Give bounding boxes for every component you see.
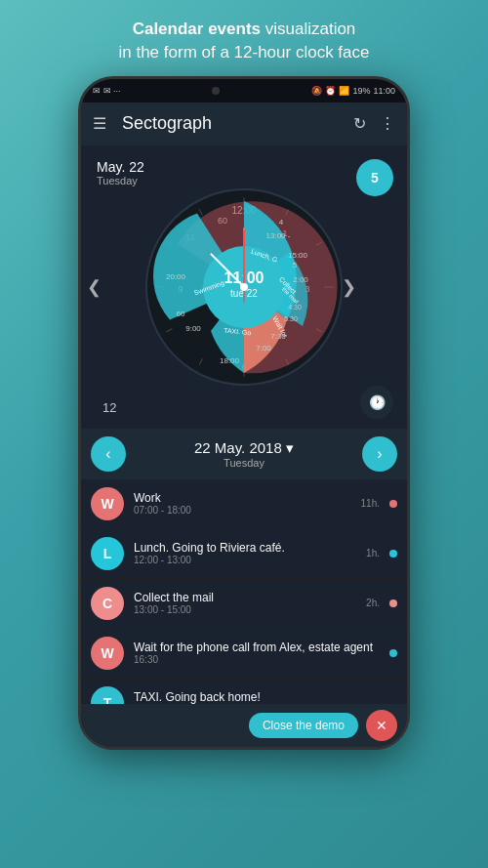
date-prev-button[interactable]: ‹ — [91, 436, 126, 472]
status-camera-area — [121, 87, 312, 95]
header-area: Calendar events visualization in the for… — [99, 0, 388, 76]
event-item: W Wait for the phone call from Alex, est… — [81, 629, 407, 679]
event-dot — [389, 649, 397, 657]
date-nav-center: 22 May. 2018 ▾ Tuesday — [194, 439, 294, 469]
svg-text:5: 5 — [293, 261, 298, 269]
status-bar: ✉ ✉ ··· 🔕 ⏰ 📶 19% 11:00 — [81, 79, 407, 103]
event-item: L Lunch. Going to Riviera café. 12:00 - … — [81, 529, 407, 579]
bottom-bar: Close the demo ✕ — [81, 704, 407, 747]
date-main: May. 22 — [97, 159, 144, 175]
status-mute-icon: 🔕 — [311, 86, 322, 96]
event-time: 12:00 - 13:00 — [134, 555, 356, 565]
svg-text:4:30: 4:30 — [288, 304, 302, 310]
close-demo-button[interactable]: Close the demo — [249, 713, 358, 738]
history-icon: 🕐 — [369, 394, 386, 410]
svg-text:20:00: 20:00 — [166, 272, 186, 281]
svg-text:2:00: 2:00 — [293, 275, 308, 284]
event-info: TAXI. Going back home! 18:00 - 19:00 — [134, 690, 397, 704]
event-avatar: W — [91, 637, 124, 670]
close-x-button[interactable]: ✕ — [366, 710, 397, 741]
clock-section: May. 22 Tuesday 5 ❮ ❯ 12 🕐 — [81, 145, 407, 429]
prev-arrow-icon: ‹ — [105, 445, 110, 463]
history-icon-button[interactable]: 🕐 — [360, 386, 393, 419]
top-bar: ☰ Sectograph ↻ ⋮ — [81, 103, 407, 145]
svg-text:5:30: 5:30 — [284, 315, 298, 322]
app-title: Sectograph — [122, 113, 353, 134]
status-right: 🔕 ⏰ 📶 19% 11:00 — [311, 86, 395, 96]
event-dot — [389, 550, 397, 558]
date-nav-main: 22 May. 2018 ▾ — [194, 439, 294, 457]
event-avatar: W — [91, 487, 124, 520]
event-avatar: C — [91, 587, 124, 620]
event-item: W Work 07:00 - 18:00 11h. — [81, 479, 407, 529]
event-dot — [389, 500, 397, 508]
date-nav-bar: ‹ 22 May. 2018 ▾ Tuesday › — [81, 429, 407, 479]
event-item: C Collect the mail 13:00 - 15:00 2h. — [81, 579, 407, 629]
event-item: T TAXI. Going back home! 18:00 - 19:00 — [81, 679, 407, 704]
svg-text:13:00 -: 13:00 - — [266, 231, 291, 240]
event-time: 13:00 - 15:00 — [134, 604, 356, 615]
svg-text:9:00: 9:00 — [185, 324, 201, 333]
svg-text:7:00: 7:00 — [256, 344, 271, 352]
status-time: 11:00 — [373, 86, 395, 96]
close-x-icon: ✕ — [376, 718, 387, 733]
event-title: Lunch. Going to Riviera café. — [134, 541, 356, 555]
status-icons-left: ✉ ✉ ··· — [93, 86, 121, 96]
next-arrow-icon: › — [377, 445, 382, 463]
clock-nav-left[interactable]: ❮ — [87, 276, 102, 298]
twelve-label: 12 — [102, 400, 116, 415]
svg-point-26 — [240, 283, 248, 291]
event-info: Wait for the phone call from Alex, estat… — [134, 641, 380, 665]
status-wifi-icon: 📶 — [339, 86, 349, 96]
event-time: 16:30 — [134, 654, 380, 665]
more-icon[interactable]: ⋮ — [380, 114, 395, 133]
events-list: W Work 07:00 - 18:00 11h. L Lunch. Going… — [81, 479, 407, 704]
calendar-badge: 5 — [371, 170, 379, 186]
event-title: Work — [134, 491, 351, 505]
event-avatar: L — [91, 537, 124, 570]
status-left: ✉ ✉ ··· — [93, 86, 121, 96]
refresh-icon[interactable]: ↻ — [353, 114, 366, 133]
clock-face-svg: 12:00 3 6 9 11 60 1 — [137, 180, 351, 394]
header-line2: in the form of a 12-hour clock face — [118, 43, 369, 62]
calendar-icon-button[interactable]: 5 — [356, 159, 393, 196]
event-avatar: T — [91, 686, 124, 704]
date-nav-sub: Tuesday — [194, 457, 294, 469]
status-battery-text: 19% — [352, 86, 370, 96]
event-info: Work 07:00 - 18:00 — [134, 491, 351, 516]
event-title: TAXI. Going back home! — [134, 690, 397, 704]
svg-text:4: 4 — [279, 218, 284, 227]
phone-frame: ✉ ✉ ··· 🔕 ⏰ 📶 19% 11:00 ☰ Sectograph ↻ ⋮… — [78, 76, 410, 750]
status-alarm-icon: ⏰ — [325, 86, 336, 96]
svg-text:18:00: 18:00 — [220, 356, 240, 365]
event-info: Lunch. Going to Riviera café. 12:00 - 13… — [134, 541, 356, 565]
header-rest: visualization — [261, 20, 355, 38]
header-bold: Calendar events — [133, 20, 261, 38]
date-next-button[interactable]: › — [362, 436, 397, 472]
event-duration: 1h. — [366, 548, 380, 558]
svg-text:15:00: 15:00 — [288, 251, 308, 260]
front-camera — [212, 87, 220, 95]
event-dot — [389, 599, 397, 607]
svg-text:60: 60 — [177, 310, 185, 318]
clock-face-container: 12:00 3 6 9 11 60 1 — [137, 180, 351, 394]
menu-icon[interactable]: ☰ — [93, 114, 106, 133]
event-time: 07:00 - 18:00 — [134, 505, 351, 516]
svg-text:7:30: 7:30 — [270, 332, 286, 341]
event-title: Wait for the phone call from Alex, estat… — [134, 641, 380, 654]
top-bar-actions: ↻ ⋮ — [353, 114, 395, 133]
event-duration: 11h. — [361, 498, 380, 509]
main-content: May. 22 Tuesday 5 ❮ ❯ 12 🕐 — [81, 145, 407, 747]
event-duration: 2h. — [366, 598, 380, 608]
event-info: Collect the mail 13:00 - 15:00 — [134, 591, 356, 615]
header-line1: Calendar events visualization — [133, 20, 356, 38]
event-title: Collect the mail — [134, 591, 356, 604]
